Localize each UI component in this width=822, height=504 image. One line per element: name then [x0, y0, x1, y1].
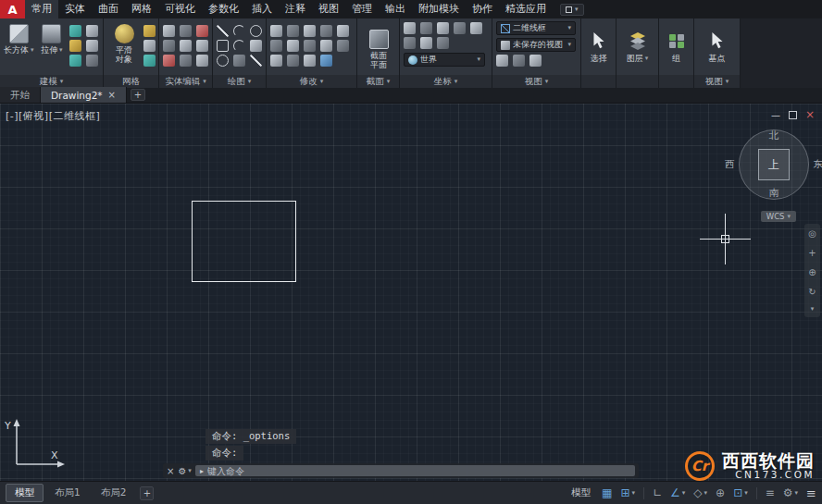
ucs-dropdown[interactable]: 世界 ▾	[404, 53, 485, 67]
wcs-menu[interactable]: WCS ▾	[761, 211, 796, 222]
viewcube[interactable]: 北 南 西 东 上	[739, 129, 809, 200]
trim-tool-icon[interactable]	[304, 25, 316, 37]
view-panel-label[interactable]: 视图 ▾	[492, 75, 580, 88]
section-panel-label[interactable]: 截面 ▾	[357, 75, 399, 88]
customize-commandline-button[interactable]: ⚙ ▾	[178, 466, 191, 476]
subtract-tool-icon[interactable]	[180, 25, 192, 37]
customize-menu-icon[interactable]: ≡	[806, 486, 816, 500]
layout1-tab[interactable]: 布局1	[45, 484, 90, 502]
ribbon-tab-manage[interactable]: 管理	[345, 0, 379, 18]
separate-tool-icon[interactable]	[163, 55, 175, 67]
ucs-z-axis-tool-icon[interactable]	[470, 22, 482, 34]
model-tab[interactable]: 模型	[6, 484, 44, 502]
ribbon-tab-surface[interactable]: 曲面	[92, 0, 125, 18]
base-point-button[interactable]: 基点	[694, 18, 740, 75]
fillet-tool-icon[interactable]	[287, 55, 299, 67]
group-tool-button[interactable]: 组	[659, 18, 693, 75]
modify-panel-label[interactable]: 修改 ▾	[267, 75, 356, 88]
model-space-indicator[interactable]: 模型	[571, 486, 591, 499]
close-tab-icon[interactable]: ×	[108, 90, 116, 100]
extrude-tool-button[interactable]: 拉伸▾	[37, 21, 67, 55]
slice-tool-icon[interactable]	[86, 55, 98, 67]
viewcube-west[interactable]: 西	[725, 158, 735, 171]
visual-style-dropdown[interactable]: 二维线框 ▾	[496, 21, 576, 35]
mesh-crease-tool-icon[interactable]	[143, 55, 156, 67]
circle-tool-icon[interactable]	[250, 25, 262, 37]
new-drawing-tab-button[interactable]: +	[131, 89, 145, 101]
orbit-icon[interactable]: ↻	[808, 287, 816, 297]
stretch-tool-icon[interactable]	[287, 40, 299, 52]
ucs-world-tool-icon[interactable]	[404, 22, 416, 34]
section-plane-button[interactable]: 截面 平面	[362, 27, 395, 70]
scale-tool-icon[interactable]	[270, 40, 282, 52]
workspace-switch-button[interactable]: ⚙ ▾	[783, 487, 798, 498]
explode-tool-icon[interactable]	[270, 55, 282, 67]
ribbon-tab-view[interactable]: 视图	[312, 0, 345, 18]
solid-editing-panel-label[interactable]: 实体编辑 ▾	[159, 75, 212, 88]
zoom-icon[interactable]: ⊕	[808, 267, 816, 277]
viewcube-north[interactable]: 北	[769, 129, 779, 142]
ucs-object-tool-icon[interactable]	[420, 37, 432, 49]
layers-panel-label[interactable]	[616, 75, 658, 88]
ribbon-tab-collaborate[interactable]: 协作	[466, 0, 499, 18]
rotate-tool-icon[interactable]	[287, 25, 299, 37]
align-tool-icon[interactable]	[320, 55, 332, 67]
coordinates-panel-label[interactable]: 坐标 ▾	[400, 75, 492, 88]
shell-tool-icon[interactable]	[196, 40, 208, 52]
ribbon-tab-addins[interactable]: 附加模块	[412, 0, 466, 18]
close-window-icon[interactable]: ×	[805, 108, 815, 121]
new-layout-button[interactable]: +	[140, 486, 154, 500]
ortho-icon[interactable]: ∟	[653, 487, 662, 498]
viewport-controls[interactable]: [-][俯视][二维线框]	[6, 109, 100, 123]
restore-window-icon[interactable]	[789, 111, 797, 119]
ribbon-tab-annotate[interactable]: 注释	[279, 0, 312, 18]
polyline-tool-icon[interactable]	[233, 25, 245, 37]
mesh-box-tool-icon[interactable]	[143, 25, 156, 37]
taper-face-tool-icon[interactable]	[180, 40, 192, 52]
view-orbit-tool-icon[interactable]	[513, 55, 525, 67]
drawing2-tab[interactable]: Drawing2* ×	[41, 87, 127, 103]
extract-edges-tool-icon[interactable]	[196, 55, 208, 67]
mesh-panel-label[interactable]: 网格	[104, 75, 158, 88]
array-tool-icon[interactable]	[304, 40, 316, 52]
lineweight-icon[interactable]: ≡	[766, 487, 775, 498]
start-tab[interactable]: 开始	[0, 87, 41, 103]
erase-tool-icon[interactable]	[337, 40, 349, 52]
hatch-tool-icon[interactable]	[250, 40, 262, 52]
drawing-area[interactable]: [-][俯视][二维线框] — × 北 南 西 东 上 WCS ▾ ◎ + ⊕ …	[0, 104, 822, 481]
select-tool-button[interactable]: 选择	[581, 18, 616, 75]
command-input[interactable]	[207, 465, 630, 476]
arc-tool-icon[interactable]	[233, 40, 245, 52]
chevron-down-icon[interactable]: ▾	[811, 306, 815, 313]
layout2-tab[interactable]: 布局2	[92, 484, 136, 502]
ribbon-tab-insert[interactable]: 插入	[245, 0, 279, 18]
mirror-tool-icon[interactable]	[337, 25, 349, 37]
ribbon-tab-visualize[interactable]: 可视化	[158, 0, 202, 18]
viewcube-top-face[interactable]: 上	[758, 149, 790, 180]
ucs-origin-tool-icon[interactable]	[437, 22, 449, 34]
sweep-tool-icon[interactable]	[86, 40, 98, 52]
snap-mode-button[interactable]: ⊞ ▾	[620, 487, 635, 498]
rectangle-tool-icon[interactable]	[217, 40, 229, 52]
fillet-edge-tool-icon[interactable]	[163, 40, 175, 52]
copy-tool-icon[interactable]	[320, 25, 332, 37]
minimize-window-icon[interactable]: —	[771, 110, 780, 120]
groups-panel-label[interactable]	[659, 75, 693, 88]
drawn-rectangle[interactable]	[192, 201, 296, 282]
viewcube-east[interactable]: 东	[814, 158, 822, 171]
move-tool-icon[interactable]	[270, 25, 282, 37]
viewcube-south[interactable]: 南	[769, 187, 779, 200]
app-logo-button[interactable]: A	[0, 0, 25, 18]
construction-line-tool-icon[interactable]	[250, 55, 262, 67]
ribbon-tab-featured-apps[interactable]: 精选应用	[499, 0, 553, 18]
command-input-wrap[interactable]: ▸	[195, 465, 635, 476]
modeling-panel-label[interactable]: 建模 ▾	[0, 75, 103, 88]
pan-icon[interactable]: +	[808, 248, 816, 258]
steering-wheel-icon[interactable]: ◎	[808, 228, 816, 239]
box-tool-button[interactable]: 长方体▾	[4, 21, 34, 55]
revolve-tool-icon[interactable]	[69, 40, 81, 52]
smooth-object-button[interactable]: 平滑 对象	[107, 21, 141, 65]
view-top-tool-icon[interactable]	[496, 55, 508, 67]
ribbon-collapse-button[interactable]: ▾	[560, 4, 584, 16]
mesh-refine-tool-icon[interactable]	[143, 40, 156, 52]
